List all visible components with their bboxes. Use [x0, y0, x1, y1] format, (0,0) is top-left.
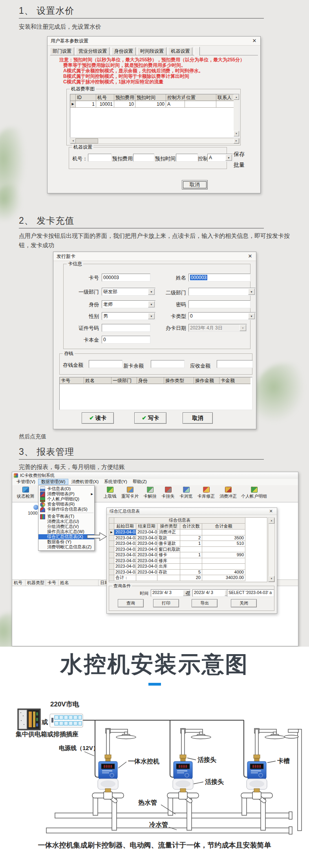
column-header[interactable]: 结束日期 — [136, 524, 157, 530]
report-row[interactable]: ▶ 2023-04-03 2023-04-03 消费冲正 — [109, 530, 267, 535]
dept1-select[interactable]: 研发部 ▼ — [102, 288, 155, 296]
menu-data-mgmt[interactable]: 数据管理(W) — [38, 479, 69, 485]
report-row[interactable]: 2023-04-03 2023-04-03 窗口机取款 — [109, 547, 267, 553]
cancel-button[interactable]: 取消 — [183, 412, 213, 424]
scrollbar-thumb[interactable] — [75, 138, 98, 143]
scroll-right-icon[interactable]: ► — [234, 138, 239, 143]
menu-item-backup[interactable]: 数据备份 (Y) — [38, 539, 94, 544]
principal-input[interactable]: 0 — [102, 336, 150, 344]
column-header[interactable]: 卡号 — [60, 377, 84, 384]
menu-item-card-info[interactable]: 卡信息表(O) — [38, 486, 94, 491]
tab-water-saving-params[interactable] — [194, 47, 200, 56]
fee-table-row[interactable]: ▶ 1 10001 10 100 A — [70, 101, 239, 108]
menu-item-group-consume[interactable]: 分组消费汇总(V) — [38, 524, 94, 529]
read-card-button[interactable]: ✔读卡 — [82, 412, 114, 424]
tab-identity[interactable]: 身份设置 — [112, 47, 136, 55]
export-button[interactable]: 导出 — [192, 599, 218, 607]
scroll-up-icon[interactable]: ▲ — [234, 94, 239, 100]
report-row[interactable]: 2023-04-03 2023-04-03 修卡 1 990 — [109, 552, 267, 558]
name-input[interactable]: 000003 — [188, 274, 250, 281]
column-header[interactable]: 机号 — [96, 94, 114, 101]
menu-item-operator-flow[interactable]: 操作员流水汇总(W) — [38, 529, 94, 534]
column-header[interactable]: 姓名 — [84, 377, 112, 384]
scroll-left-icon[interactable]: ◄ — [70, 138, 76, 143]
column-header[interactable]: 一级部门 — [112, 377, 137, 384]
card-no-input[interactable]: 000003 — [102, 274, 150, 281]
print-button[interactable]: 打印 — [153, 599, 179, 607]
menu-item-consume-flow[interactable]: 消费流水汇总(U) — [38, 519, 94, 524]
cancel-button[interactable]: 取消 — [182, 180, 208, 189]
menu-item-card-ops-summary[interactable]: 卡操作综合信息表(S) — [38, 507, 94, 512]
menu-item-summary-report[interactable]: 综合汇总信息表(X) — [38, 534, 94, 539]
menu-system-mgmt[interactable]: 系统管理(Y) — [101, 479, 130, 485]
menu-item-fund-balance[interactable]: 资金平衡表(T) — [38, 514, 94, 519]
tab-time-period[interactable]: 时间段设置 — [137, 47, 166, 55]
toolbar-withdraw[interactable]: 上取钱 — [102, 487, 118, 499]
identity-select[interactable]: 老师 ▼ — [102, 300, 155, 308]
pre-time-input[interactable] — [176, 154, 198, 162]
column-header[interactable]: 位置 — [185, 94, 216, 101]
chevron-down-icon[interactable]: ▼ — [248, 313, 255, 319]
report-row[interactable]: 2023-04-03 2023-04-03 出库 — [109, 564, 267, 570]
pre-fee-input[interactable] — [133, 154, 154, 162]
report-row[interactable]: 2023-04-03 2023-04-03 缴卡退款 1 510 — [109, 541, 267, 547]
dept2-select[interactable]: ▼ — [188, 288, 256, 296]
horizontal-scrollbar[interactable]: ◄ ► — [70, 138, 240, 144]
column-header[interactable]: 起始日期 — [114, 524, 136, 530]
toolbar-reverse-txn[interactable]: 消费冲正 — [218, 487, 238, 499]
column-header[interactable]: 联系人 — [216, 94, 234, 101]
chevron-down-icon[interactable]: ▼ — [148, 313, 155, 319]
chevron-down-icon[interactable]: ▼ — [148, 289, 155, 295]
column-header[interactable]: 合计次数 — [180, 524, 202, 530]
machine-no-input[interactable] — [88, 154, 112, 162]
toolbar-unfreeze-card[interactable]: 卡解挂 — [142, 487, 158, 499]
receivable-input[interactable] — [217, 360, 253, 368]
password-input[interactable] — [188, 300, 250, 308]
column-header[interactable]: 姓名 — [59, 580, 99, 586]
chevron-down-icon[interactable]: ▼ — [148, 301, 155, 307]
deposit-amount-input[interactable] — [89, 360, 123, 368]
issue-date-picker[interactable]: 2023年 4月 3日 ▼ — [188, 324, 247, 332]
card-type-select[interactable]: 0 ▼ — [188, 312, 256, 320]
column-header[interactable]: 操作金额 — [194, 377, 219, 384]
gender-select[interactable]: 男 ▼ — [102, 312, 155, 320]
date-to-picker[interactable]: 2023/ 4/ 3 ▼ — [192, 589, 232, 597]
column-header[interactable]: 身份 — [137, 377, 164, 384]
column-header[interactable]: 预扣费用 — [114, 94, 135, 101]
tab-machine[interactable]: 机器设置 — [168, 47, 192, 55]
menu-item-personal-detail[interactable]: 个人帐户明细(Q) — [38, 497, 94, 502]
tab-department[interactable]: 部门设置 — [50, 47, 74, 55]
new-balance-input[interactable] — [151, 360, 185, 368]
tab-business-group[interactable]: 营业分组设置 — [76, 47, 110, 55]
sql-input[interactable]: SELECT '2023-04-03' a — [227, 589, 274, 597]
write-card-button[interactable]: ✔写卡 — [134, 412, 166, 424]
mode-select[interactable]: A ▼ — [207, 154, 233, 162]
scroll-up-icon[interactable]: ▲ — [269, 518, 274, 524]
report-row[interactable]: 2023-04-03 2023-04-03 存款 5 4000 — [109, 570, 267, 576]
close-icon[interactable]: ✕ — [267, 508, 275, 515]
menu-card-mgmt[interactable]: 卡管理(V) — [14, 479, 38, 485]
id-no-input[interactable] — [102, 324, 150, 332]
column-header[interactable]: 合计金额 — [202, 524, 245, 530]
menu-item-consume-detail[interactable]: 消费明细表(P)▶ — [38, 491, 94, 497]
column-header[interactable]: 预扣时间 — [135, 94, 166, 101]
toolbar-status-check[interactable]: 状态检测 — [15, 487, 36, 499]
scroll-down-icon[interactable]: ▼ — [234, 131, 239, 136]
column-header[interactable]: 卡金额 — [219, 377, 250, 384]
chevron-down-icon[interactable]: ▼ — [225, 154, 232, 161]
close-button[interactable]: 关闭 — [231, 599, 257, 607]
column-header[interactable]: 控制方式 — [166, 94, 185, 101]
menu-consumer-mgmt[interactable]: 消费机管理(X) — [68, 479, 101, 485]
column-header[interactable]: ID — [76, 94, 96, 101]
toolbar-rewrite-card[interactable]: 重写卡片 — [120, 487, 140, 499]
date-from-picker[interactable]: 2023/ 4/ 3 ▼ — [151, 589, 190, 597]
column-header[interactable]: 卡号 — [46, 580, 59, 586]
report-row[interactable]: 2023-04-03 2023-04-03 修库 — [109, 558, 267, 564]
column-header[interactable]: 操作类型 — [157, 524, 180, 530]
query-button[interactable]: 查询 — [118, 599, 144, 607]
toolbar-browse-card[interactable]: 卡浏览 — [178, 487, 194, 499]
report-row[interactable]: 2023-04-03 2023-04-03 取款 2 3500 — [109, 535, 267, 541]
close-icon[interactable]: ✕ — [246, 252, 254, 261]
menu-item-consume-summary[interactable]: 消费明晰汇总信息表(Z) — [38, 544, 94, 550]
toolbar-fix-card-db[interactable]: 卡库修正 — [196, 487, 216, 499]
